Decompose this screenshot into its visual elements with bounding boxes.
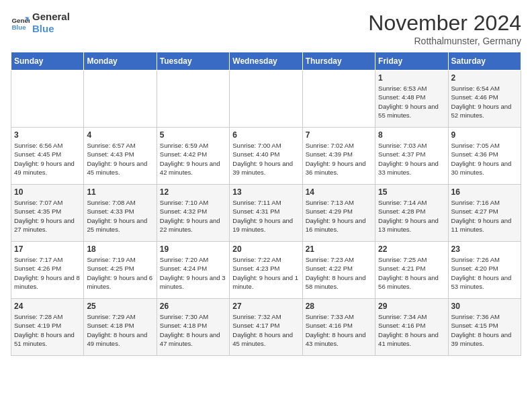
day-number: 18 (87, 244, 153, 254)
location: Rotthalmunster, Germany (368, 36, 521, 46)
calendar-cell (11, 71, 84, 128)
week-row-3: 10Sunrise: 7:07 AM Sunset: 4:35 PM Dayli… (11, 185, 521, 242)
day-detail: Sunrise: 7:00 AM Sunset: 4:40 PM Dayligh… (232, 141, 299, 177)
svg-text:Blue: Blue (11, 24, 26, 31)
calendar-cell: 12Sunrise: 7:10 AM Sunset: 4:32 PM Dayli… (157, 185, 229, 242)
calendar-cell: 24Sunrise: 7:28 AM Sunset: 4:19 PM Dayli… (11, 299, 84, 356)
day-detail: Sunrise: 7:14 AM Sunset: 4:28 PM Dayligh… (378, 198, 445, 234)
day-number: 9 (451, 130, 518, 140)
day-detail: Sunrise: 7:29 AM Sunset: 4:18 PM Dayligh… (87, 312, 153, 348)
header-thursday: Thursday (302, 52, 375, 71)
header-wednesday: Wednesday (230, 52, 302, 71)
title-block: November 2024 Rotthalmunster, Germany (368, 11, 521, 46)
day-detail: Sunrise: 7:03 AM Sunset: 4:37 PM Dayligh… (378, 141, 445, 177)
day-detail: Sunrise: 7:25 AM Sunset: 4:21 PM Dayligh… (378, 255, 445, 291)
calendar-cell: 7Sunrise: 7:02 AM Sunset: 4:39 PM Daylig… (302, 128, 375, 185)
calendar-cell: 21Sunrise: 7:23 AM Sunset: 4:22 PM Dayli… (302, 242, 375, 299)
week-row-5: 24Sunrise: 7:28 AM Sunset: 4:19 PM Dayli… (11, 299, 521, 356)
calendar-cell: 16Sunrise: 7:16 AM Sunset: 4:27 PM Dayli… (448, 185, 521, 242)
month-year: November 2024 (368, 11, 521, 36)
day-number: 28 (306, 302, 372, 311)
calendar-cell: 15Sunrise: 7:14 AM Sunset: 4:28 PM Dayli… (375, 185, 448, 242)
day-detail: Sunrise: 6:59 AM Sunset: 4:42 PM Dayligh… (160, 141, 226, 177)
logo-icon: General Blue (11, 13, 30, 32)
day-detail: Sunrise: 7:17 AM Sunset: 4:26 PM Dayligh… (14, 255, 81, 291)
day-number: 14 (306, 187, 372, 197)
day-number: 16 (451, 187, 518, 197)
day-number: 19 (160, 244, 226, 254)
header-friday: Friday (375, 52, 448, 71)
logo: General Blue General Blue (11, 11, 70, 35)
day-number: 17 (14, 244, 81, 254)
day-number: 6 (232, 130, 299, 140)
day-detail: Sunrise: 7:19 AM Sunset: 4:25 PM Dayligh… (87, 255, 153, 291)
day-detail: Sunrise: 7:07 AM Sunset: 4:35 PM Dayligh… (14, 198, 81, 234)
day-number: 4 (87, 130, 153, 140)
calendar-cell: 18Sunrise: 7:19 AM Sunset: 4:25 PM Dayli… (84, 242, 157, 299)
day-detail: Sunrise: 7:20 AM Sunset: 4:24 PM Dayligh… (160, 255, 226, 291)
logo-general: General (32, 11, 70, 23)
day-number: 11 (87, 187, 153, 197)
day-detail: Sunrise: 7:32 AM Sunset: 4:17 PM Dayligh… (232, 312, 299, 348)
day-detail: Sunrise: 7:22 AM Sunset: 4:23 PM Dayligh… (232, 255, 299, 291)
calendar-cell: 20Sunrise: 7:22 AM Sunset: 4:23 PM Dayli… (230, 242, 302, 299)
day-detail: Sunrise: 7:10 AM Sunset: 4:32 PM Dayligh… (160, 198, 226, 234)
calendar-cell: 26Sunrise: 7:30 AM Sunset: 4:18 PM Dayli… (157, 299, 229, 356)
calendar-cell: 22Sunrise: 7:25 AM Sunset: 4:21 PM Dayli… (375, 242, 448, 299)
day-number: 26 (160, 302, 226, 311)
calendar-cell: 14Sunrise: 7:13 AM Sunset: 4:29 PM Dayli… (302, 185, 375, 242)
calendar-cell (84, 71, 157, 128)
calendar-cell: 5Sunrise: 6:59 AM Sunset: 4:42 PM Daylig… (157, 128, 229, 185)
header-sunday: Sunday (11, 52, 84, 71)
header-saturday: Saturday (448, 52, 521, 71)
calendar-cell: 29Sunrise: 7:34 AM Sunset: 4:16 PM Dayli… (375, 299, 448, 356)
day-number: 20 (232, 244, 299, 254)
day-number: 1 (378, 73, 445, 83)
day-number: 15 (378, 187, 445, 197)
day-detail: Sunrise: 6:53 AM Sunset: 4:48 PM Dayligh… (378, 84, 445, 120)
day-number: 30 (451, 302, 518, 311)
logo-blue: Blue (32, 23, 70, 35)
day-number: 25 (87, 302, 153, 311)
calendar-cell: 27Sunrise: 7:32 AM Sunset: 4:17 PM Dayli… (230, 299, 302, 356)
day-number: 29 (378, 302, 445, 311)
day-number: 21 (306, 244, 372, 254)
calendar-cell (302, 71, 375, 128)
day-number: 13 (232, 187, 299, 197)
calendar-header-row: SundayMondayTuesdayWednesdayThursdayFrid… (11, 52, 521, 71)
day-detail: Sunrise: 7:02 AM Sunset: 4:39 PM Dayligh… (306, 141, 372, 177)
calendar-cell: 13Sunrise: 7:11 AM Sunset: 4:31 PM Dayli… (230, 185, 302, 242)
calendar-cell: 2Sunrise: 6:54 AM Sunset: 4:46 PM Daylig… (448, 71, 521, 128)
day-number: 10 (14, 187, 81, 197)
calendar-cell (230, 71, 302, 128)
week-row-2: 3Sunrise: 6:56 AM Sunset: 4:45 PM Daylig… (11, 128, 521, 185)
day-detail: Sunrise: 7:34 AM Sunset: 4:16 PM Dayligh… (378, 312, 445, 348)
calendar-cell: 10Sunrise: 7:07 AM Sunset: 4:35 PM Dayli… (11, 185, 84, 242)
calendar-cell: 6Sunrise: 7:00 AM Sunset: 4:40 PM Daylig… (230, 128, 302, 185)
calendar-cell: 28Sunrise: 7:33 AM Sunset: 4:16 PM Dayli… (302, 299, 375, 356)
calendar-cell: 19Sunrise: 7:20 AM Sunset: 4:24 PM Dayli… (157, 242, 229, 299)
day-number: 24 (14, 302, 81, 311)
calendar-cell: 1Sunrise: 6:53 AM Sunset: 4:48 PM Daylig… (375, 71, 448, 128)
day-number: 22 (378, 244, 445, 254)
day-detail: Sunrise: 6:56 AM Sunset: 4:45 PM Dayligh… (14, 141, 81, 177)
day-number: 27 (232, 302, 299, 311)
calendar-table: SundayMondayTuesdayWednesdayThursdayFrid… (11, 52, 521, 356)
day-detail: Sunrise: 7:08 AM Sunset: 4:33 PM Dayligh… (87, 198, 153, 234)
day-number: 5 (160, 130, 226, 140)
day-detail: Sunrise: 6:54 AM Sunset: 4:46 PM Dayligh… (451, 84, 518, 120)
week-row-1: 1Sunrise: 6:53 AM Sunset: 4:48 PM Daylig… (11, 71, 521, 128)
day-detail: Sunrise: 7:13 AM Sunset: 4:29 PM Dayligh… (306, 198, 372, 234)
calendar-cell: 11Sunrise: 7:08 AM Sunset: 4:33 PM Dayli… (84, 185, 157, 242)
calendar-cell: 23Sunrise: 7:26 AM Sunset: 4:20 PM Dayli… (448, 242, 521, 299)
header-tuesday: Tuesday (157, 52, 229, 71)
calendar-cell: 17Sunrise: 7:17 AM Sunset: 4:26 PM Dayli… (11, 242, 84, 299)
day-detail: Sunrise: 7:11 AM Sunset: 4:31 PM Dayligh… (232, 198, 299, 234)
calendar-cell (157, 71, 229, 128)
day-detail: Sunrise: 7:26 AM Sunset: 4:20 PM Dayligh… (451, 255, 518, 291)
day-detail: Sunrise: 7:33 AM Sunset: 4:16 PM Dayligh… (306, 312, 372, 348)
week-row-4: 17Sunrise: 7:17 AM Sunset: 4:26 PM Dayli… (11, 242, 521, 299)
calendar-cell: 9Sunrise: 7:05 AM Sunset: 4:36 PM Daylig… (448, 128, 521, 185)
calendar-cell: 30Sunrise: 7:36 AM Sunset: 4:15 PM Dayli… (448, 299, 521, 356)
day-number: 12 (160, 187, 226, 197)
